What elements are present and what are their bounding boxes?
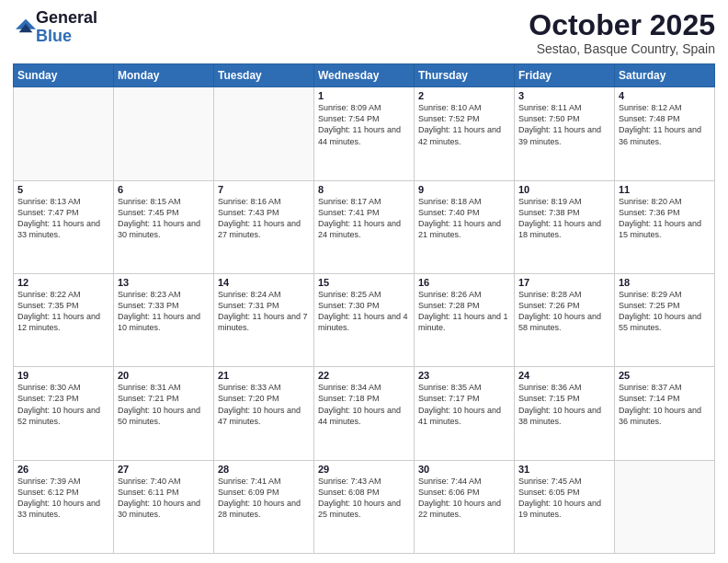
- day-info: Sunrise: 8:13 AMSunset: 7:47 PMDaylight:…: [17, 196, 109, 241]
- day-info: Sunrise: 8:15 AMSunset: 7:45 PMDaylight:…: [118, 196, 210, 241]
- day-info: Sunrise: 8:22 AMSunset: 7:35 PMDaylight:…: [17, 289, 109, 334]
- weekday-header: Saturday: [615, 64, 715, 87]
- day-number: 29: [318, 464, 410, 475]
- calendar-cell: 25Sunrise: 8:37 AMSunset: 7:14 PMDayligh…: [615, 367, 715, 460]
- day-info: Sunrise: 8:17 AMSunset: 7:41 PMDaylight:…: [318, 196, 410, 241]
- calendar-cell: 16Sunrise: 8:26 AMSunset: 7:28 PMDayligh…: [415, 273, 515, 366]
- day-info: Sunrise: 8:09 AMSunset: 7:54 PMDaylight:…: [318, 102, 410, 147]
- logo-icon: [13, 16, 36, 40]
- day-info: Sunrise: 8:23 AMSunset: 7:33 PMDaylight:…: [118, 289, 210, 334]
- day-info: Sunrise: 8:30 AMSunset: 7:23 PMDaylight:…: [17, 382, 109, 427]
- weekday-header: Friday: [515, 64, 615, 87]
- calendar-cell: 23Sunrise: 8:35 AMSunset: 7:17 PMDayligh…: [415, 367, 515, 460]
- day-number: 25: [619, 370, 711, 381]
- logo-blue: Blue: [36, 28, 97, 46]
- weekday-header: Tuesday: [214, 64, 314, 87]
- calendar-cell: [615, 460, 715, 553]
- day-info: Sunrise: 8:34 AMSunset: 7:18 PMDaylight:…: [318, 382, 410, 427]
- calendar-cell: 15Sunrise: 8:25 AMSunset: 7:30 PMDayligh…: [314, 273, 415, 366]
- calendar-cell: 19Sunrise: 8:30 AMSunset: 7:23 PMDayligh…: [14, 367, 114, 460]
- day-number: 16: [418, 277, 510, 288]
- day-number: 4: [619, 90, 711, 101]
- day-info: Sunrise: 8:11 AMSunset: 7:50 PMDaylight:…: [518, 102, 610, 147]
- calendar-cell: 10Sunrise: 8:19 AMSunset: 7:38 PMDayligh…: [515, 180, 615, 273]
- calendar-cell: 26Sunrise: 7:39 AMSunset: 6:12 PMDayligh…: [14, 460, 114, 553]
- day-number: 9: [418, 184, 510, 195]
- weekday-header-row: SundayMondayTuesdayWednesdayThursdayFrid…: [14, 64, 715, 87]
- weekday-header: Sunday: [14, 64, 114, 87]
- logo-text: General Blue: [36, 9, 97, 46]
- day-number: 2: [418, 90, 510, 101]
- month-title: October 2025: [529, 9, 715, 41]
- day-info: Sunrise: 8:16 AMSunset: 7:43 PMDaylight:…: [218, 196, 310, 241]
- day-number: 11: [619, 184, 711, 195]
- day-info: Sunrise: 7:44 AMSunset: 6:06 PMDaylight:…: [418, 476, 510, 521]
- day-number: 3: [518, 90, 610, 101]
- day-info: Sunrise: 8:35 AMSunset: 7:17 PMDaylight:…: [418, 382, 510, 427]
- day-number: 15: [318, 277, 410, 288]
- day-info: Sunrise: 8:12 AMSunset: 7:48 PMDaylight:…: [619, 102, 711, 147]
- calendar-cell: 13Sunrise: 8:23 AMSunset: 7:33 PMDayligh…: [114, 273, 214, 366]
- day-info: Sunrise: 7:41 AMSunset: 6:09 PMDaylight:…: [218, 476, 310, 521]
- page: General Blue October 2025 Sestao, Basque…: [0, 0, 728, 563]
- day-number: 20: [118, 370, 210, 381]
- calendar-cell: 1Sunrise: 8:09 AMSunset: 7:54 PMDaylight…: [314, 87, 415, 180]
- day-info: Sunrise: 7:43 AMSunset: 6:08 PMDaylight:…: [318, 476, 410, 521]
- day-number: 12: [17, 277, 109, 288]
- calendar-cell: 21Sunrise: 8:33 AMSunset: 7:20 PMDayligh…: [214, 367, 314, 460]
- day-info: Sunrise: 8:29 AMSunset: 7:25 PMDaylight:…: [619, 289, 711, 334]
- week-row: 19Sunrise: 8:30 AMSunset: 7:23 PMDayligh…: [14, 367, 715, 460]
- day-number: 6: [118, 184, 210, 195]
- calendar-cell: [114, 87, 214, 180]
- day-number: 28: [218, 464, 310, 475]
- weekday-header: Thursday: [415, 64, 515, 87]
- header: General Blue October 2025 Sestao, Basque…: [13, 9, 715, 56]
- day-number: 26: [17, 464, 109, 475]
- day-info: Sunrise: 8:20 AMSunset: 7:36 PMDaylight:…: [619, 196, 711, 241]
- week-row: 5Sunrise: 8:13 AMSunset: 7:47 PMDaylight…: [14, 180, 715, 273]
- day-info: Sunrise: 8:36 AMSunset: 7:15 PMDaylight:…: [518, 382, 610, 427]
- day-number: 31: [518, 464, 610, 475]
- weekday-header: Wednesday: [314, 64, 415, 87]
- day-number: 7: [218, 184, 310, 195]
- day-info: Sunrise: 8:10 AMSunset: 7:52 PMDaylight:…: [418, 102, 510, 147]
- calendar-cell: 30Sunrise: 7:44 AMSunset: 6:06 PMDayligh…: [415, 460, 515, 553]
- calendar-cell: 11Sunrise: 8:20 AMSunset: 7:36 PMDayligh…: [615, 180, 715, 273]
- day-number: 24: [518, 370, 610, 381]
- day-number: 30: [418, 464, 510, 475]
- day-info: Sunrise: 7:45 AMSunset: 6:05 PMDaylight:…: [518, 476, 610, 521]
- calendar-cell: 22Sunrise: 8:34 AMSunset: 7:18 PMDayligh…: [314, 367, 415, 460]
- calendar-cell: 20Sunrise: 8:31 AMSunset: 7:21 PMDayligh…: [114, 367, 214, 460]
- calendar-cell: [14, 87, 114, 180]
- day-number: 21: [218, 370, 310, 381]
- day-number: 27: [118, 464, 210, 475]
- calendar-cell: 17Sunrise: 8:28 AMSunset: 7:26 PMDayligh…: [515, 273, 615, 366]
- day-info: Sunrise: 8:28 AMSunset: 7:26 PMDaylight:…: [518, 289, 610, 334]
- calendar-cell: 8Sunrise: 8:17 AMSunset: 7:41 PMDaylight…: [314, 180, 415, 273]
- day-info: Sunrise: 8:37 AMSunset: 7:14 PMDaylight:…: [619, 382, 711, 427]
- day-number: 14: [218, 277, 310, 288]
- logo-general: General: [36, 9, 97, 28]
- day-info: Sunrise: 8:26 AMSunset: 7:28 PMDaylight:…: [418, 289, 510, 334]
- day-number: 1: [318, 90, 410, 101]
- location: Sestao, Basque Country, Spain: [529, 41, 715, 56]
- week-row: 1Sunrise: 8:09 AMSunset: 7:54 PMDaylight…: [14, 87, 715, 180]
- calendar-cell: 7Sunrise: 8:16 AMSunset: 7:43 PMDaylight…: [214, 180, 314, 273]
- weekday-header: Monday: [114, 64, 214, 87]
- calendar-cell: 31Sunrise: 7:45 AMSunset: 6:05 PMDayligh…: [515, 460, 615, 553]
- day-info: Sunrise: 7:40 AMSunset: 6:11 PMDaylight:…: [118, 476, 210, 521]
- logo: General Blue: [13, 9, 97, 46]
- day-number: 23: [418, 370, 510, 381]
- day-number: 17: [518, 277, 610, 288]
- calendar: SundayMondayTuesdayWednesdayThursdayFrid…: [13, 63, 715, 554]
- calendar-cell: 9Sunrise: 8:18 AMSunset: 7:40 PMDaylight…: [415, 180, 515, 273]
- calendar-cell: 6Sunrise: 8:15 AMSunset: 7:45 PMDaylight…: [114, 180, 214, 273]
- calendar-cell: 12Sunrise: 8:22 AMSunset: 7:35 PMDayligh…: [14, 273, 114, 366]
- day-number: 5: [17, 184, 109, 195]
- day-number: 13: [118, 277, 210, 288]
- day-info: Sunrise: 8:33 AMSunset: 7:20 PMDaylight:…: [218, 382, 310, 427]
- day-info: Sunrise: 8:24 AMSunset: 7:31 PMDaylight:…: [218, 289, 310, 334]
- day-info: Sunrise: 8:31 AMSunset: 7:21 PMDaylight:…: [118, 382, 210, 427]
- calendar-cell: 28Sunrise: 7:41 AMSunset: 6:09 PMDayligh…: [214, 460, 314, 553]
- week-row: 26Sunrise: 7:39 AMSunset: 6:12 PMDayligh…: [14, 460, 715, 553]
